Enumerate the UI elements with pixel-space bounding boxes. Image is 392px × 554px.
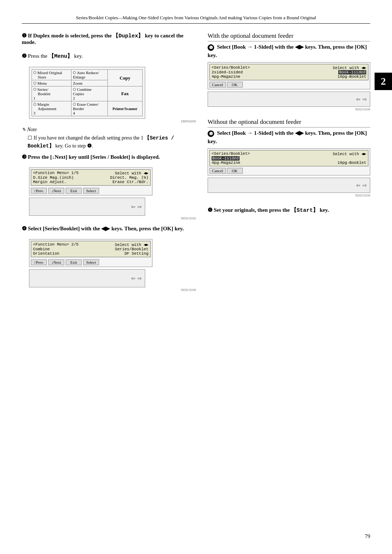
right-column: With the optional document feeder ❶ Sele…: [208, 32, 370, 292]
menu-panel: Mixed Original Sizes Auto Reduce/: [29, 67, 145, 119]
step4-ref: ❹: [87, 143, 92, 149]
step5-label: ❺: [208, 207, 214, 213]
right-panel1-highlighted: Book→1sided: [338, 70, 366, 74]
fax-button-label: Fax: [121, 91, 129, 96]
right-panel1-code: ND2C0109: [208, 108, 370, 111]
right-panel1-lcd: <Series/Booklet> Select with ◀▶ 2sided→1…: [209, 64, 368, 80]
panel2-row1: Combine Series/Booklet: [33, 247, 148, 251]
step4-text: Select [Series/Booklet] with the ◀▶ keys…: [28, 226, 184, 231]
main-content: ❶ If Duplex mode is selected, press the …: [22, 32, 370, 292]
right-step1-circle: ❶: [208, 44, 214, 51]
step4-block: ❹ Select [Series/Booklet] with the ◀▶ ke…: [22, 225, 196, 232]
right-panel2-row1: Book→1sided: [212, 156, 366, 161]
step3-text: Press the [↓Next] key until [Series / Bo…: [28, 154, 160, 160]
panel2-prev-btn[interactable]: ↑Prev.: [31, 259, 47, 265]
panel1-title-row: <Function Menu> 1/5 Select with ◀▶: [33, 171, 148, 175]
step4-label: ❹: [22, 226, 28, 231]
right-section1-heading: With the optional document feeder: [208, 32, 370, 41]
panel1-next-btn[interactable]: ↓Next: [48, 188, 64, 194]
step3-label: ❸: [22, 154, 28, 160]
panel2: <Function Menu> 2/5 Select with ◀▶ Combi…: [29, 239, 152, 267]
right-panel1-cancel-btn[interactable]: Cancel: [209, 82, 226, 88]
chapter-number: 2: [375, 73, 392, 90]
menu-row3-num1: 1: [33, 96, 70, 100]
menu-row4-col2: Erase Center/: [73, 102, 106, 106]
right-panel1-image-area: ⇦ ⇨: [208, 92, 370, 107]
header-text: Series/Booklet Copies—Making One-Sided C…: [76, 15, 316, 20]
menu-row3-col1-line2: Booklet: [33, 92, 70, 96]
right-panel2-row2: 4pg→Magazine 16pg→Booklet: [212, 161, 366, 165]
step2-label: ❷: [22, 53, 28, 59]
step1-block: ❶ If Duplex mode is selected, press the …: [22, 32, 196, 45]
right-section1: With the optional document feeder ❶ Sele…: [208, 32, 370, 111]
right-panel2-left-arrow-icon: ⇦: [356, 182, 360, 189]
panel2-image-area: ⇦ ⇨: [29, 269, 145, 287]
menu-row4-col1: Margin: [33, 102, 70, 106]
right-panel2-cancel-btn[interactable]: Cancel: [209, 168, 226, 174]
panel2-left-arrow-icon: ⇦: [131, 275, 135, 282]
right-panel2-ok-btn[interactable]: OK: [227, 168, 243, 174]
right-section2-step: ❶ Select [Book → 1-Sided] with the ◀▶ ke…: [208, 129, 370, 145]
panel1-exit-btn[interactable]: Exit: [66, 188, 82, 194]
right-step2-text: Select [Book → 1-Sided] with the ◀▶ keys…: [208, 130, 367, 144]
panel2-code: ND2C0109: [29, 288, 196, 292]
menu-row1-col2: Auto Reduce/: [73, 70, 106, 75]
right-panel1-left-arrow-icon: ⇦: [356, 96, 360, 102]
right-panel2-highlighted: Book→1sided: [212, 156, 240, 161]
right-panel1-ok-btn[interactable]: OK: [227, 82, 243, 88]
right-panel2: <Series/Booklet> Select with ◀▶ Book→1si…: [208, 148, 370, 175]
right-panel2-buttons: Cancel OK: [209, 168, 368, 174]
right-panel2-title: <Series/Booklet> Select with ◀▶: [212, 151, 366, 156]
panel1-image-area: ⇦ ⇨: [29, 198, 145, 216]
step5-block: ❺ Set your originals, then press the 【St…: [208, 206, 370, 215]
series-booklet-key: 【Series / Booklet】: [28, 135, 174, 149]
menu-row4-col1-line2: Adjustment: [33, 106, 70, 111]
right-panel1-row1: 2sided→1sided Book→1sided: [212, 70, 366, 74]
menu-zoom: Zoom: [71, 80, 107, 86]
panel1-row1: D.Size Mag.(inch) Direct. Mag. (%): [33, 175, 148, 180]
panel2-right-arrow-icon: ⇨: [138, 275, 142, 282]
panel2-select-btn[interactable]: Select: [83, 259, 99, 265]
right-panel1-right-arrow-icon: ⇨: [363, 96, 367, 102]
right-section2: Without the optional document feeder ❶ S…: [208, 118, 370, 197]
step1-label: ❶: [22, 33, 26, 39]
copy-button-label: Copy: [120, 75, 131, 81]
left-column: ❶ If Duplex mode is selected, press the …: [22, 32, 196, 292]
printer-scanner-label: Printer/Scanner: [113, 107, 138, 111]
menu-row3-col1: Series/: [33, 87, 70, 92]
menu-row3-col2: Combine: [73, 87, 106, 92]
menu-code: ZBPS020N: [29, 120, 196, 123]
note-content: ☐ If you have not changed the default se…: [22, 134, 196, 150]
right-panel2-right-arrow-icon: ⇨: [363, 182, 367, 189]
menu-row1-col1: Mixed Original: [33, 70, 70, 75]
panel2-exit-btn[interactable]: Exit: [66, 259, 82, 265]
menu-row1-col1-line2: Sizes: [33, 75, 70, 79]
menu-row1-col2-line2: Enlarge: [73, 75, 106, 79]
step5-text: Set your originals, then press the 【Star…: [214, 207, 329, 213]
right-panel2-lcd: <Series/Booklet> Select with ◀▶ Book→1si…: [209, 150, 368, 166]
note-title: ✎ Note: [22, 127, 196, 133]
panel1-code: ND2C0102: [29, 217, 196, 220]
panel2-buttons: ↑Prev. ↓Next Exit Select: [31, 259, 151, 265]
right-panel1-buttons: Cancel OK: [209, 82, 368, 88]
panel2-next-btn[interactable]: ↓Next: [48, 259, 64, 265]
panel1: <Function Menu> 1/5 Select with ◀▶ D.Siz…: [29, 167, 152, 195]
right-panel1-title: <Series/Booklet> Select with ◀▶: [212, 65, 366, 70]
panel1-row2: Margin Adjust. Erase Ctr./Bdr.: [33, 180, 148, 184]
step2-text: Press the 【Menu】 key.: [28, 53, 83, 59]
header: Series/Booklet Copies—Making One-Sided C…: [22, 15, 370, 24]
pencil-icon: ✎: [22, 127, 26, 133]
panel1-select-btn[interactable]: Select: [83, 188, 99, 194]
panel1-prev-btn[interactable]: ↑Prev.: [31, 188, 47, 194]
right-panel1-row2: 4pg→Magazine 16pg→Booklet: [212, 74, 366, 79]
menu-key: 【Menu】: [49, 53, 73, 60]
step2-block: ❷ Press the 【Menu】 key.: [22, 53, 196, 60]
step1-bold: If Duplex mode is selected, press the 【D…: [22, 33, 183, 45]
page-number: 79: [365, 533, 370, 539]
note-block: ✎ Note ☐ If you have not changed the def…: [22, 127, 196, 150]
panel1-buttons: ↑Prev. ↓Next Exit Select: [31, 188, 151, 194]
menu-row3-col2-line2: Copies: [73, 92, 106, 96]
menu-row4-col2-line2: Border: [73, 106, 106, 111]
right-panel2-image-area: ⇦ ⇨: [208, 178, 370, 193]
duplex-key: 【Duplex】: [113, 33, 143, 39]
